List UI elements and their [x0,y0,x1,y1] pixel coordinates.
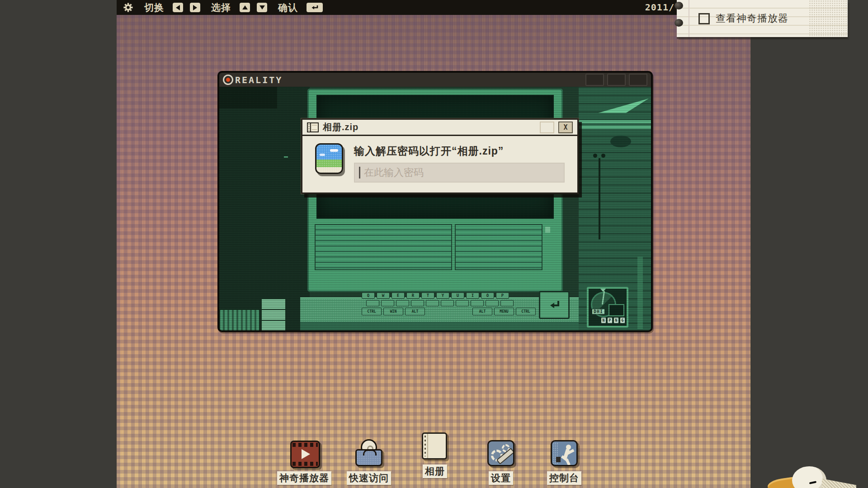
window-button-1[interactable] [585,74,604,86]
key-cap: E [392,292,405,299]
bag-disc-icon [354,439,383,468]
runner-icon [550,439,579,468]
todo-label: 查看神奇播放器 [716,12,788,25]
zip-file-icon [307,122,319,132]
desktop-icon-console[interactable]: 控制台 [539,439,590,485]
key-cap [500,300,514,306]
reality-titlebar[interactable]: REALITY [219,73,651,87]
film-player-icon [290,439,319,468]
keyboard-spacebar [427,308,471,315]
keyboard-row-2 [366,300,536,306]
date-display: 2011/ [645,2,675,13]
keyboard-enter-pad [539,291,570,319]
key-cap: WIN [383,308,403,315]
switch-right-button[interactable] [190,3,200,12]
key-cap: T [421,292,434,299]
confirm-label: 确认 [278,1,298,14]
key-cap: P [607,317,613,324]
sticky-note: 查看神奇播放器 [677,0,848,37]
pin-icon [675,19,683,27]
shelf-recess [610,136,631,147]
password-dialog: 相册.zip X 输入解压密码以打开“相册.zip” [301,118,579,194]
icon-label: 快速访问 [347,471,391,485]
arrow-left-icon [176,5,180,10]
arrow-right-icon [193,5,197,10]
key-cap: Y [436,292,449,299]
enter-key-icon [310,5,319,11]
password-prompt: 输入解压密码以打开“相册.zip” [354,144,565,158]
key-cap: G [620,317,625,324]
password-input[interactable] [354,163,565,183]
confirm-enter-button[interactable] [307,3,323,12]
lamp-knob [601,154,605,158]
icon-label: 神奇播放器 [277,471,331,485]
select-up-button[interactable] [240,3,250,12]
lamp-pole [599,158,600,239]
key-cap: N [601,317,606,324]
key-cap: CTRL [516,308,536,315]
desktop-icon-settings[interactable]: 设置 [476,439,526,485]
keyboard-mods-left: CTRLWINALT [362,308,425,315]
key-cap: N [613,317,619,324]
key-cap: CTRL [362,308,382,315]
instrument-label: DHI [592,309,605,314]
key-cap [441,300,454,306]
shelf-side-panel [637,257,643,329]
key-cap [471,300,484,306]
pin-icon [675,2,683,9]
photo-album-icon [315,143,343,174]
key-cap: ALT [472,308,492,315]
cloud-pixel [320,154,325,156]
arrow-down-icon [259,5,265,9]
switch-left-button[interactable] [173,3,183,12]
gear-icon[interactable] [123,2,133,13]
play-icon [302,449,310,459]
monitor-vent-left [315,224,452,270]
key-cap: R [406,292,420,299]
instrument-keys: NPNG [601,317,625,324]
desk-front [300,322,590,330]
dialog-title: 相册.zip [323,121,359,133]
scene-wall-left [219,87,310,330]
scene-wall-detail [284,156,288,158]
arrow-up-icon [242,5,248,9]
icon-label: 控制台 [547,471,581,485]
monitor-vent-right [455,224,542,270]
shelf-boards [579,120,651,131]
select-down-button[interactable] [257,3,267,12]
dial-instrument: DHI NPNG [587,287,628,328]
reality-window: REALITY QWERTYUIOP CTRLWINALT ALTMENUCTR… [217,71,653,332]
duck-mascot[interactable] [764,460,859,488]
dialog-titlebar[interactable]: 相册.zip X [302,120,577,136]
window-button-3[interactable] [629,74,647,86]
key-cap: MENU [494,308,514,315]
text-caret [359,167,360,178]
todo-item[interactable]: 查看神奇播放器 [698,12,788,25]
top-control-bar: 切换 选择 确认 2011/ [117,0,750,15]
dial-marker [600,289,606,292]
bag-icon [355,449,382,466]
todo-checkbox[interactable] [698,13,710,24]
keyboard-row-1: QWERTYUIOP [362,292,536,299]
duck-body [822,474,856,488]
album-book-icon [420,432,449,461]
keyboard-row-3: CTRLWINALT ALTMENUCTRL [362,308,536,315]
dialog-body: 输入解压密码以打开“相册.zip” [302,136,577,192]
dialog-secondary-button[interactable] [540,122,554,133]
key-cap: I [466,292,479,299]
key-cap [396,300,409,306]
dialog-close-button[interactable]: X [558,122,573,133]
desktop-icon-quick-access[interactable]: 快速访问 [342,439,396,485]
gears-wrench-icon [486,439,515,468]
key-cap: U [451,292,464,299]
key-cap [426,300,439,306]
cloud-pixel [330,149,338,152]
key-cap: Q [362,292,375,299]
desktop-icon-magic-player[interactable]: 神奇播放器 [274,439,335,485]
drawer-boxes [261,298,286,330]
key-cap [456,300,469,306]
switch-label: 切换 [144,1,164,14]
window-button-2[interactable] [607,74,626,86]
keyboard-mods-right: ALTMENUCTRL [472,308,536,315]
desktop-icon-album[interactable]: 相册 [407,432,463,478]
